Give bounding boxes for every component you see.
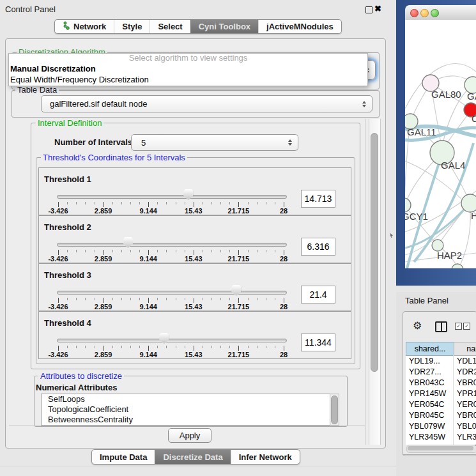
tab-style[interactable]: Style [114, 20, 150, 33]
slider-tick [275, 202, 275, 204]
table-cell[interactable]: YLR345W [409, 432, 452, 442]
tab-infer-network[interactable]: Infer Network [231, 450, 300, 464]
table-cell[interactable]: YBR043C [409, 378, 452, 388]
slider-tick [139, 298, 140, 300]
slider-tick [67, 346, 68, 348]
table-cell[interactable]: YER054C [457, 399, 476, 410]
slider-tick-label: 9.144 [128, 303, 169, 311]
table-cell[interactable]: YER054C [409, 399, 452, 410]
table-cell[interactable]: YLR345W [457, 432, 476, 442]
tab-label: Impute Data [100, 452, 147, 462]
dropdown-item[interactable]: Manual Discretization [9, 63, 367, 74]
threshold-value-field[interactable]: 11.344 [301, 334, 335, 351]
slider-tick [266, 346, 266, 348]
apply-button[interactable]: Apply [168, 428, 211, 443]
table-cell[interactable]: YPR145W [457, 388, 476, 399]
tab-label: Infer Network [239, 452, 292, 462]
attributes-scrollbar-thumb[interactable] [331, 395, 338, 424]
network-node[interactable] [405, 198, 411, 212]
slider-tick [130, 202, 131, 204]
table-panel-bottom-edge [403, 454, 476, 455]
slider-tick [248, 202, 249, 204]
threshold-value-field[interactable]: 14.713 [301, 190, 335, 208]
table-cell[interactable]: YDR27... [457, 367, 476, 377]
split-columns-icon[interactable] [435, 321, 447, 332]
column-header-0[interactable]: shared... [406, 342, 454, 356]
network-node[interactable] [461, 194, 476, 212]
slider-tick [148, 250, 149, 255]
slider-track[interactable] [57, 243, 287, 247]
table-cell[interactable]: YDR27... [409, 367, 452, 377]
attribute-item[interactable]: TopologicalCoefficient [42, 404, 330, 415]
table-cell[interactable]: YBL079W [457, 421, 476, 431]
slider-tick [176, 250, 176, 252]
tab-network[interactable]: Network [55, 20, 114, 33]
table-cell[interactable]: YBL079W [409, 421, 452, 431]
slider-tick [112, 250, 113, 252]
threshold-value-field[interactable]: 6.316 [301, 238, 335, 256]
tab-discretize-data[interactable]: Discretize Data [155, 450, 230, 464]
slider-tick [139, 202, 140, 204]
tab-select[interactable]: Select [150, 20, 190, 33]
network-node[interactable] [452, 264, 463, 268]
checkbox-filter-icon-2[interactable]: ✓ [463, 323, 470, 330]
column-header-1[interactable]: name [454, 342, 476, 356]
slider-tick [166, 298, 167, 300]
float-window-icon[interactable] [365, 6, 372, 13]
table-cell[interactable]: YBR045C [409, 410, 452, 420]
slider-tick [248, 250, 249, 252]
network-canvas[interactable]: GAL80GACGAL11GAL4GCY1HHAP2 [405, 20, 476, 268]
table-data-combo[interactable]: galFiltered.sif default node [41, 95, 372, 112]
thresholds-group-title: Threshold's Coordinates for 5 Intervals [41, 153, 187, 162]
table-hscrollbar-thumb[interactable] [408, 446, 473, 450]
table-cell[interactable]: YBR045C [457, 410, 476, 420]
tab-label: Select [158, 22, 182, 31]
dropdown-item[interactable]: Equal Width/Frequency Discretization [9, 74, 367, 85]
threshold-label: Threshold 3 [44, 270, 91, 280]
slider-tick-label: 28 [263, 303, 304, 311]
number-of-intervals-combo[interactable]: 5 [131, 134, 298, 151]
tab-cyni-toolbox[interactable]: Cyni Toolbox [190, 20, 258, 33]
slider-tick [112, 202, 113, 204]
close-traffic-light-icon[interactable] [410, 9, 418, 17]
table-cell[interactable]: YDL19... [457, 356, 476, 366]
slider-tick [185, 250, 185, 252]
slider-tick [211, 346, 212, 348]
slider-track[interactable] [57, 291, 287, 295]
minimize-traffic-light-icon[interactable] [420, 9, 429, 17]
attribute-item[interactable]: BetweennessCentrality [42, 415, 330, 425]
slider-tick [211, 250, 212, 252]
slider-tick [275, 346, 275, 348]
table-cell[interactable]: YPR145W [409, 388, 452, 399]
slider-tick [67, 250, 68, 252]
slider-track[interactable] [57, 339, 287, 342]
slider-tick [76, 250, 77, 252]
dropdown-placeholder-item[interactable]: Select algorithm to view settings [9, 54, 367, 63]
slider-track[interactable] [57, 195, 287, 199]
tab-label: Cyni Toolbox [199, 22, 250, 31]
gear-icon[interactable]: ⚙ [413, 321, 422, 331]
tab-impute-data[interactable]: Impute Data [92, 450, 155, 464]
column-divider [453, 355, 454, 445]
bottom-edge-line [0, 466, 396, 466]
slider-tick [95, 250, 95, 252]
numerical-attributes-list[interactable]: SelfLoopsTopologicalCoefficientBetweenne… [41, 394, 331, 426]
checkbox-filter-icon[interactable]: ✓ [455, 323, 462, 330]
slider-tick-label: 15.43 [173, 255, 214, 263]
close-window-icon[interactable]: ✖ [374, 5, 381, 13]
threshold-value-field[interactable]: 21.4 [301, 286, 335, 303]
zoom-traffic-light-icon[interactable] [431, 9, 439, 17]
slider-tick [238, 298, 239, 303]
slider-tick [85, 346, 86, 348]
tab-jactivemnodules[interactable]: jActiveMNodules [258, 20, 341, 33]
slider-tick [67, 202, 68, 204]
table-cell[interactable]: YDL19... [409, 356, 452, 366]
attribute-item[interactable]: SelfLoops [42, 394, 330, 404]
threshold-panel-4: Threshold 4-3.4262.8599.14415.4321.71528… [38, 311, 351, 359]
table-data-combo-value: galFiltered.sif default node [42, 99, 360, 109]
slider-tick [266, 298, 266, 300]
algorithm-dropdown-popup: Select algorithm to view settings Manual… [8, 53, 368, 86]
vertical-scrollbar-thumb[interactable] [371, 133, 378, 372]
table-cell[interactable]: YBR043C [457, 378, 476, 388]
slider-tick [104, 250, 104, 255]
